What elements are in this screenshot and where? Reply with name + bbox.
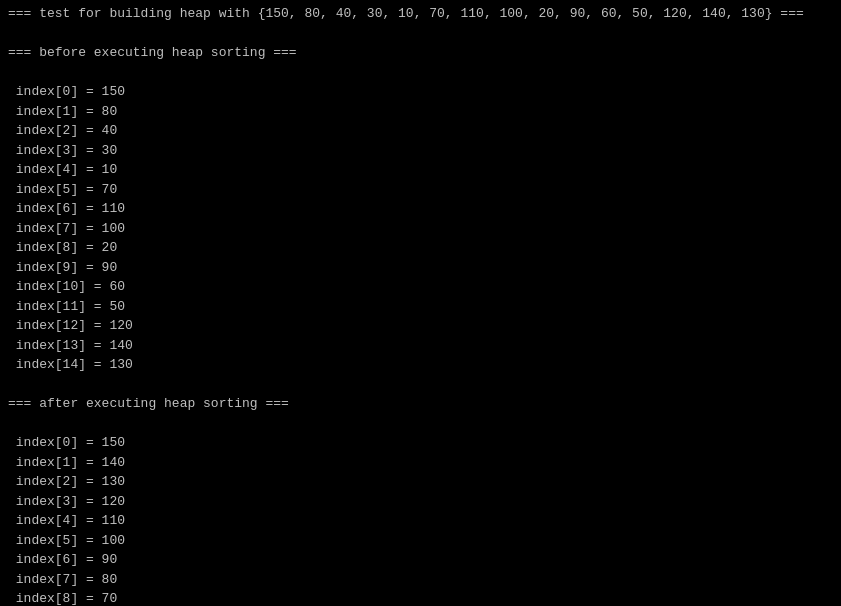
terminal-line: index[0] = 150 <box>8 433 833 453</box>
terminal-output: === test for building heap with {150, 80… <box>8 4 833 606</box>
terminal-line: === test for building heap with {150, 80… <box>8 4 833 24</box>
terminal-line: index[8] = 70 <box>8 589 833 606</box>
terminal-line: index[5] = 70 <box>8 180 833 200</box>
blank-line <box>8 414 833 434</box>
terminal-line: index[7] = 100 <box>8 219 833 239</box>
terminal-line: index[10] = 60 <box>8 277 833 297</box>
terminal-line: index[8] = 20 <box>8 238 833 258</box>
terminal-line: index[9] = 90 <box>8 258 833 278</box>
terminal-line: index[4] = 10 <box>8 160 833 180</box>
terminal-line: index[3] = 30 <box>8 141 833 161</box>
terminal-line: === before executing heap sorting === <box>8 43 833 63</box>
terminal-line: === after executing heap sorting === <box>8 394 833 414</box>
terminal-line: index[11] = 50 <box>8 297 833 317</box>
terminal-line: index[14] = 130 <box>8 355 833 375</box>
blank-line <box>8 24 833 44</box>
terminal-line: index[5] = 100 <box>8 531 833 551</box>
terminal-line: index[6] = 90 <box>8 550 833 570</box>
terminal-line: index[2] = 130 <box>8 472 833 492</box>
terminal-line: index[7] = 80 <box>8 570 833 590</box>
terminal-line: index[13] = 140 <box>8 336 833 356</box>
terminal-line: index[0] = 150 <box>8 82 833 102</box>
terminal-line: index[3] = 120 <box>8 492 833 512</box>
terminal-line: index[1] = 140 <box>8 453 833 473</box>
terminal-line: index[12] = 120 <box>8 316 833 336</box>
terminal-line: index[6] = 110 <box>8 199 833 219</box>
terminal-line: index[1] = 80 <box>8 102 833 122</box>
blank-line <box>8 375 833 395</box>
terminal-line: index[4] = 110 <box>8 511 833 531</box>
terminal-line: index[2] = 40 <box>8 121 833 141</box>
blank-line <box>8 63 833 83</box>
